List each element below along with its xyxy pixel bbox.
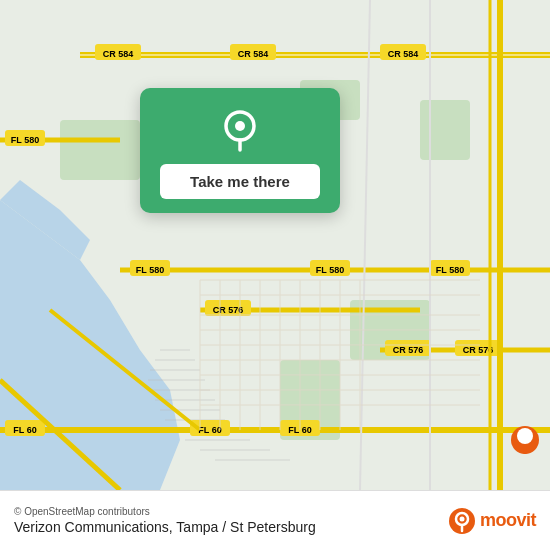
svg-text:CR 584: CR 584 <box>103 49 134 59</box>
svg-text:FL 580: FL 580 <box>11 135 39 145</box>
osm-credit: © OpenStreetMap contributors <box>14 506 316 517</box>
moovit-logo: moovit <box>448 507 536 535</box>
bottom-bar: © OpenStreetMap contributors Verizon Com… <box>0 490 550 550</box>
location-card: Take me there <box>140 88 340 213</box>
svg-rect-5 <box>420 100 470 160</box>
take-me-there-button[interactable]: Take me there <box>160 164 320 199</box>
svg-text:CR 584: CR 584 <box>388 49 419 59</box>
map-area: CR 584 CR 584 CR 584 FL 580 FL 580 FL 58… <box>0 0 550 490</box>
svg-rect-3 <box>60 120 140 180</box>
svg-text:FL 580: FL 580 <box>436 265 464 275</box>
svg-point-78 <box>517 428 533 444</box>
location-title: Verizon Communications, Tampa / St Peter… <box>14 519 316 535</box>
svg-text:CR 576: CR 576 <box>393 345 424 355</box>
svg-text:FL 60: FL 60 <box>13 425 36 435</box>
svg-text:FL 580: FL 580 <box>136 265 164 275</box>
bottom-left-info: © OpenStreetMap contributors Verizon Com… <box>14 506 316 535</box>
location-pin-icon <box>216 106 264 154</box>
svg-point-85 <box>459 516 464 521</box>
svg-text:FL 60: FL 60 <box>198 425 221 435</box>
moovit-text: moovit <box>480 510 536 531</box>
svg-text:CR 576: CR 576 <box>213 305 244 315</box>
svg-text:CR 584: CR 584 <box>238 49 269 59</box>
moovit-icon <box>448 507 476 535</box>
svg-point-81 <box>235 121 245 131</box>
svg-text:FL 580: FL 580 <box>316 265 344 275</box>
